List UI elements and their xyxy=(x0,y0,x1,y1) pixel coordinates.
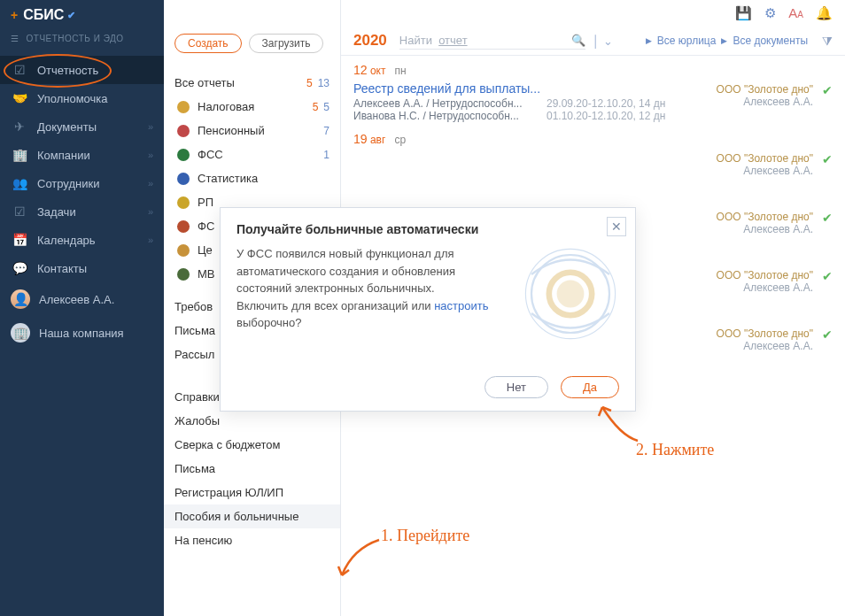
category-item[interactable]: Налоговая55 xyxy=(164,95,340,119)
nav-icon: ☑ xyxy=(11,204,28,219)
category-item[interactable]: Пенсионный7 xyxy=(164,119,340,142)
category-icon xyxy=(174,268,192,281)
org-name: ООО "Золотое дно" xyxy=(717,211,813,223)
category-label: Статистика xyxy=(198,172,329,185)
nav-label: Уполномочка xyxy=(37,92,153,105)
modal-title: Получайте больничные автоматически xyxy=(236,222,619,236)
tri-icon: ▶ xyxy=(646,36,652,45)
date-row: 12 окт пн xyxy=(341,56,845,79)
sidebar-item-auth[interactable]: 🤝Уполномочка xyxy=(0,84,164,112)
category-label: Сверка с бюджетом xyxy=(174,438,329,451)
sidebar-user[interactable]: 👤 Алексеев А.А. xyxy=(0,282,164,316)
category-item[interactable]: Регистрация ЮЛ/ИП xyxy=(164,481,340,504)
count-new: 5 xyxy=(313,101,319,113)
nav-icon: ☑ xyxy=(11,63,28,77)
nav-label: Отчетность xyxy=(37,64,153,77)
create-button[interactable]: Создать xyxy=(174,34,242,53)
gear-icon[interactable]: ⚙ xyxy=(764,5,776,21)
plus-icon: + xyxy=(11,8,18,22)
sidebar-item-docs[interactable]: ✈Документы» xyxy=(0,112,164,141)
check-icon: ✔ xyxy=(822,152,833,166)
sidebar-item-calendar[interactable]: 📅Календарь» xyxy=(0,226,164,254)
configure-link[interactable]: настроить xyxy=(434,299,488,312)
chevron-right-icon: » xyxy=(148,235,153,245)
brand-subtitle-row[interactable]: ☰ ОТЧЕТНОСТЬ И ЭДО xyxy=(0,30,164,56)
category-icon xyxy=(174,220,192,233)
sidebar-item-reports[interactable]: ☑Отчетность xyxy=(0,56,164,84)
count-total: 5 xyxy=(323,101,329,113)
count-total: 13 xyxy=(318,77,329,89)
load-button[interactable]: Загрузить xyxy=(249,34,324,53)
category-item[interactable]: ФСС1 xyxy=(164,142,340,166)
sidebar-item-tasks[interactable]: ☑Задачи» xyxy=(0,197,164,226)
no-button[interactable]: Нет xyxy=(485,376,548,398)
category-item[interactable]: Письма xyxy=(164,457,340,481)
org-name: ООО "Золотое дно" xyxy=(717,152,813,165)
chevron-right-icon: » xyxy=(148,206,153,217)
author-name: Алексеев А.А. xyxy=(717,340,813,352)
date-row: 19 авг ср xyxy=(341,125,845,148)
font-icon[interactable]: AA xyxy=(788,5,803,21)
author-name: Алексеев А.А. xyxy=(717,281,813,294)
category-label: Пособия и больничные xyxy=(174,510,329,523)
logo[interactable]: + СБИС ✔ xyxy=(0,0,164,30)
sidebar-company[interactable]: 🏢 Наша компания xyxy=(0,316,164,350)
report-entry[interactable]: ООО "Золотое дно"Алексеев А.А.✔ xyxy=(341,148,845,189)
close-button[interactable]: ✕ xyxy=(607,217,626,236)
chevron-right-icon: » xyxy=(148,150,153,160)
nav-icon: 🏢 xyxy=(11,148,28,162)
category-label: Все отчеты xyxy=(174,76,303,89)
tri-icon: ▶ xyxy=(721,36,727,45)
org-name: ООО "Золотое дно" xyxy=(717,327,813,340)
chevron-right-icon: » xyxy=(148,178,153,189)
sidebar: + СБИС ✔ ☰ ОТЧЕТНОСТЬ И ЭДО ☑Отчетность🤝… xyxy=(0,0,164,616)
chevron-down-icon[interactable]: │ ⌄ xyxy=(593,35,613,48)
category-item[interactable]: Сверка с бюджетом xyxy=(164,433,340,457)
category-label: Письма xyxy=(174,462,329,475)
category-item[interactable]: На пенсию xyxy=(164,528,340,552)
category-item[interactable]: Жалобы xyxy=(164,409,340,433)
category-label: Жалобы xyxy=(174,414,329,427)
category-label: Пенсионный xyxy=(198,124,318,137)
report-entry[interactable]: Реестр сведений для выплаты... Алексеев … xyxy=(341,79,845,125)
hamburger-icon: ☰ xyxy=(11,34,19,43)
nav-icon: 🤝 xyxy=(11,91,28,105)
nav-label: Задачи xyxy=(37,205,148,219)
nav-label: Сотрудники xyxy=(37,177,148,190)
check-icon: ✔ xyxy=(822,211,833,225)
count-total: 7 xyxy=(323,125,329,137)
bell-icon[interactable]: 🔔 xyxy=(816,5,833,21)
sidebar-item-contacts[interactable]: 💬Контакты xyxy=(0,254,164,282)
nav-label: Контакты xyxy=(37,262,153,275)
nav-icon: 📅 xyxy=(11,233,28,247)
category-label: Налоговая xyxy=(198,100,309,113)
category-item[interactable]: Все отчеты513 xyxy=(164,71,340,95)
yes-button[interactable]: Да xyxy=(561,376,619,398)
count-new: 5 xyxy=(306,77,313,89)
category-icon xyxy=(174,196,192,209)
category-icon xyxy=(174,125,192,137)
filter-icon[interactable]: ⧩ xyxy=(822,34,833,49)
crumb-all-docs[interactable]: Все документы xyxy=(733,35,808,47)
crumb-all-orgs[interactable]: Все юрлица xyxy=(657,35,717,47)
year-label[interactable]: 2020 xyxy=(353,32,387,50)
category-label: ФСС xyxy=(198,148,318,161)
nav-icon: ✈ xyxy=(11,119,28,134)
search-input[interactable]: Найти отчет 🔍 xyxy=(399,32,585,50)
sidebar-item-companies[interactable]: 🏢Компании» xyxy=(0,141,164,169)
company-name: Наша компания xyxy=(39,327,153,340)
category-icon xyxy=(174,173,192,185)
svg-point-3 xyxy=(557,281,585,308)
category-icon xyxy=(174,149,192,161)
brand-name: СБИС xyxy=(23,7,64,23)
author-name: Алексеев А.А. xyxy=(717,96,813,108)
breadcrumb: ▶ Все юрлица ▶ Все документы ⧩ xyxy=(646,34,833,49)
category-item[interactable]: Статистика xyxy=(164,166,340,190)
nav-label: Календарь xyxy=(37,234,148,247)
check-icon: ✔ xyxy=(822,327,833,342)
save-icon[interactable]: 💾 xyxy=(735,5,752,21)
sidebar-item-staff[interactable]: 👥Сотрудники» xyxy=(0,169,164,197)
chevron-right-icon: » xyxy=(148,121,153,132)
org-name: ООО "Золотое дно" xyxy=(717,269,813,281)
category-item[interactable]: Пособия и больничные xyxy=(164,504,340,528)
